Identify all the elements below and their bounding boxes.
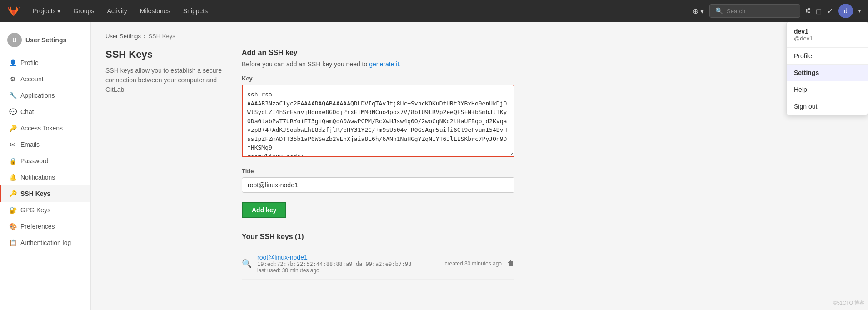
title-form-group: Title [242,168,514,193]
key-last-used: last used: 30 minutes ago [257,267,439,274]
nav-projects[interactable]: Projects ▾ [27,4,66,18]
add-key-desc-prefix: Before you can add an SSH key you need t… [242,60,369,68]
dropdown-profile[interactable]: Profile [787,48,868,64]
sidebar-item-label: Preferences [20,223,55,230]
gpg-keys-icon: 🔐 [9,206,17,214]
sidebar-item-account[interactable]: ⚙ Account [0,71,90,87]
issues-icon[interactable]: ◻ [816,7,822,15]
password-icon: 🔒 [9,157,17,165]
title-label: Title [242,168,514,175]
key-name[interactable]: root@linux-node1 [257,254,439,261]
sidebar-item-label: Chat [20,108,34,115]
add-icon[interactable]: ⊕ ▾ [693,7,704,15]
your-keys-title: Your SSH keys (1) [242,233,514,241]
sidebar-item-label: Applications [20,92,55,99]
key-created: created 30 minutes ago [445,260,502,267]
sidebar-item-label: SSH Keys [20,190,50,197]
breadcrumb-parent[interactable]: User Settings [105,33,141,40]
add-key-section-title: Add an SSH key [242,49,514,57]
main-content: User Settings › SSH Keys SSH Keys SSH ke… [91,22,868,310]
sidebar-item-password[interactable]: 🔒 Password [0,153,90,169]
user-avatar[interactable]: d [838,4,853,18]
breadcrumb-current: SSH Keys [148,33,175,40]
user-dropdown: dev1 @dev1 Profile Settings Help Sign ou… [786,22,868,115]
account-icon: ⚙ [9,75,17,83]
nav-snippets[interactable]: Snippets [178,4,213,18]
sidebar-item-profile[interactable]: 👤 Profile [0,55,90,71]
sidebar-title: User Settings [25,36,66,44]
sidebar-item-auth-log[interactable]: 📋 Authentication log [0,235,90,251]
emails-icon: ✉ [9,141,17,148]
key-label: Key [242,75,514,82]
sidebar-item-gpg-keys[interactable]: 🔐 GPG Keys [0,202,90,218]
ssh-keys-icon: 🔑 [9,190,17,197]
title-input[interactable] [242,177,514,193]
add-key-description: Before you can add an SSH key you need t… [242,60,514,68]
delete-key-button[interactable]: 🗑 [507,260,514,268]
key-input[interactable] [242,85,514,157]
page-form: Add an SSH key Before you can add an SSH… [242,49,514,280]
sidebar: U User Settings 👤 Profile ⚙ Account 🔧 Ap… [0,22,91,310]
sidebar-item-emails[interactable]: ✉ Emails [0,136,90,153]
breadcrumb-separator: › [144,33,145,40]
nav-links: Projects ▾ Groups Activity Milestones Sn… [27,4,213,18]
top-navigation: Projects ▾ Groups Activity Milestones Sn… [0,0,868,22]
preferences-icon: 🎨 [9,223,17,230]
sidebar-item-ssh-keys[interactable]: 🔑 SSH Keys [0,185,90,202]
nav-activity[interactable]: Activity [101,4,132,18]
sidebar-item-label: Emails [20,141,40,148]
nav-groups[interactable]: Groups [68,4,100,18]
applications-icon: 🔧 [9,92,17,99]
key-item-icon: 🔍 [242,259,252,269]
dropdown-handle: @dev1 [794,35,860,42]
search-box[interactable]: 🔍 Search [709,4,800,18]
key-form-group: Key [242,75,514,159]
generate-key-link[interactable]: generate it. [369,60,401,68]
dropdown-username: dev1 [794,28,860,35]
gitlab-logo[interactable] [7,5,20,17]
sidebar-header: U User Settings [0,29,90,55]
profile-icon: 👤 [9,59,17,66]
search-icon: 🔍 [715,7,723,15]
key-info: root@linux-node1 19:ed:72:7b:22:52:44:88… [257,254,439,274]
sidebar-item-label: Profile [20,59,39,66]
avatar-chevron[interactable]: ▾ [858,9,861,14]
dropdown-settings[interactable]: Settings [787,65,868,81]
sidebar-item-preferences[interactable]: 🎨 Preferences [0,218,90,235]
page-title: SSH Keys [105,49,224,60]
page-left: SSH Keys SSH keys allow you to establish… [105,49,224,280]
chat-icon: 💬 [9,108,17,115]
watermark: ©51CTO 博客 [833,300,864,306]
sidebar-item-label: GPG Keys [20,206,50,214]
access-tokens-icon: 🔑 [9,125,17,132]
sidebar-item-label: Notifications [20,174,55,181]
sidebar-item-label: Password [20,157,48,165]
sidebar-item-access-tokens[interactable]: 🔑 Access Tokens [0,120,90,136]
todos-icon[interactable]: ✓ [827,7,833,15]
sidebar-item-chat[interactable]: 💬 Chat [0,104,90,120]
merge-requests-icon[interactable]: ⑆ [806,7,810,15]
sidebar-item-label: Access Tokens [20,125,63,132]
breadcrumb: User Settings › SSH Keys [105,33,853,40]
notifications-icon: 🔔 [9,174,17,181]
sidebar-avatar: U [7,33,22,47]
search-placeholder: Search [727,8,745,15]
add-key-button[interactable]: Add key [242,202,286,218]
page-description: SSH keys allow you to establish a secure… [105,66,224,95]
nav-right: ⊕ ▾ 🔍 Search ⑆ ◻ ✓ d ▾ [693,4,861,18]
sidebar-item-label: Account [20,75,44,83]
nav-milestones[interactable]: Milestones [135,4,176,18]
dropdown-header: dev1 @dev1 [787,22,868,48]
ssh-key-item: 🔍 root@linux-node1 19:ed:72:7b:22:52:44:… [242,248,514,280]
dropdown-signout[interactable]: Sign out [787,98,868,115]
dropdown-help[interactable]: Help [787,81,868,98]
sidebar-item-label: Authentication log [20,239,71,246]
sidebar-item-notifications[interactable]: 🔔 Notifications [0,169,90,185]
sidebar-item-applications[interactable]: 🔧 Applications [0,87,90,104]
key-fingerprint: 19:ed:72:7b:22:52:44:88:88:a9:da:99:a2:e… [257,261,439,267]
page-layout: SSH Keys SSH keys allow you to establish… [105,49,853,280]
auth-log-icon: 📋 [9,239,17,246]
